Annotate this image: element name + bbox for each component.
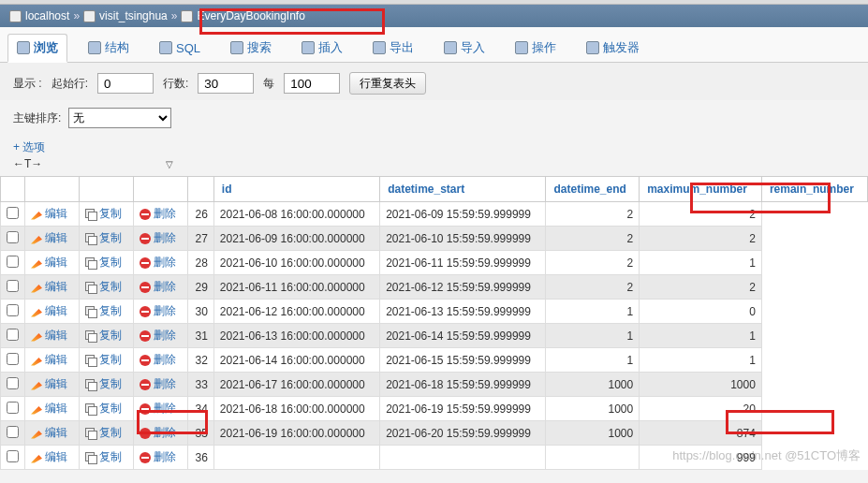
copy-label: 复制 (99, 230, 122, 246)
copy-icon (85, 306, 96, 317)
row-checkbox[interactable] (7, 256, 19, 268)
breadcrumb-db[interactable]: visit_tsinghua (99, 9, 168, 22)
copy-button[interactable]: 复制 (85, 328, 127, 344)
copy-label: 复制 (99, 206, 122, 222)
delete-button[interactable]: 删除 (140, 401, 182, 417)
copy-button[interactable]: 复制 (85, 230, 127, 246)
delete-button[interactable]: 删除 (140, 206, 182, 222)
edit-label: 编辑 (45, 376, 67, 392)
tab-operations[interactable]: 操作 (506, 33, 566, 62)
browse-icon (17, 41, 30, 54)
cell-remain_number: 1000 (640, 373, 762, 397)
edit-button[interactable]: 编辑 (31, 206, 73, 222)
row-checkbox[interactable] (7, 402, 19, 414)
breadcrumb-server[interactable]: localhost (25, 9, 69, 22)
copy-button[interactable]: 复制 (85, 449, 127, 465)
edit-label: 编辑 (45, 303, 67, 319)
tab-browse[interactable]: 浏览 (7, 34, 67, 63)
edit-label: 编辑 (45, 206, 67, 222)
structure-icon (88, 41, 101, 54)
edit-button[interactable]: 编辑 (31, 449, 73, 465)
row-checkbox[interactable] (7, 353, 19, 365)
col-datetime_start[interactable]: datetime_start (380, 177, 546, 202)
copy-button[interactable]: 复制 (85, 206, 127, 222)
copy-button[interactable]: 复制 (85, 401, 127, 417)
edit-button[interactable]: 编辑 (31, 376, 73, 392)
table-row: 编辑复制删除302021-06-12 16:00:00.0000002021-0… (1, 300, 868, 324)
row-checkbox[interactable] (7, 329, 19, 341)
col-id[interactable]: id (213, 177, 379, 202)
delete-label: 删除 (154, 328, 176, 344)
row-checkbox[interactable] (7, 450, 19, 462)
tab-triggers[interactable]: 触发器 (577, 33, 649, 62)
options-toggle[interactable]: + 选项 (13, 140, 45, 154)
delete-icon (140, 452, 151, 463)
cell-maximum_number (546, 446, 640, 470)
delete-button[interactable]: 删除 (140, 376, 182, 392)
delete-label: 删除 (154, 401, 176, 417)
tab-export[interactable]: 导出 (363, 33, 423, 62)
edit-button[interactable]: 编辑 (31, 425, 73, 441)
col-maximum_number[interactable]: maximum_number (640, 177, 762, 202)
row-checkbox[interactable] (7, 207, 19, 219)
pk-sort-select[interactable]: 无 (68, 108, 171, 128)
delete-icon (140, 428, 151, 439)
copy-icon (85, 403, 96, 415)
cell-remain_number: 1 (640, 251, 762, 275)
copy-label: 复制 (99, 255, 122, 271)
breadcrumb: localhost » visit_tsinghua » EveryDayBoo… (0, 5, 868, 27)
row-checkbox[interactable] (7, 426, 19, 438)
cell-id: 29 (188, 275, 214, 300)
row-checkbox[interactable] (7, 231, 19, 243)
delete-icon (140, 379, 151, 390)
copy-button[interactable]: 复制 (85, 376, 127, 392)
pk-sort-row: 主键排序: 无 (0, 100, 868, 136)
delete-button[interactable]: 删除 (140, 328, 182, 344)
copy-button[interactable]: 复制 (85, 279, 127, 295)
repeat-header-button[interactable]: 行重复表头 (349, 72, 426, 95)
cell-datetime_end: 2021-06-14 15:59:59.999999 (380, 324, 546, 348)
edit-button[interactable]: 编辑 (31, 401, 73, 417)
edit-icon (31, 330, 42, 342)
tab-structure[interactable]: 结构 (79, 33, 139, 62)
delete-button[interactable]: 删除 (140, 303, 182, 319)
col-remain_number[interactable]: remain_number (761, 177, 867, 202)
copy-button[interactable]: 复制 (85, 303, 127, 319)
cell-remain_number: 1 (640, 324, 762, 348)
tab-insert[interactable]: 插入 (292, 33, 352, 62)
copy-button[interactable]: 复制 (85, 425, 127, 441)
table-row: 编辑复制删除292021-06-11 16:00:00.0000002021-0… (1, 275, 868, 300)
delete-button[interactable]: 删除 (140, 279, 182, 295)
repeat-header-input[interactable] (284, 73, 340, 94)
cell-maximum_number: 1000 (546, 373, 640, 397)
row-checkbox[interactable] (7, 280, 19, 292)
copy-button[interactable]: 复制 (85, 255, 127, 271)
cell-maximum_number: 1000 (546, 397, 640, 421)
edit-button[interactable]: 编辑 (31, 352, 73, 368)
edit-button[interactable]: 编辑 (31, 279, 73, 295)
table-row: 编辑复制删除272021-06-09 16:00:00.0000002021-0… (1, 227, 868, 251)
table-row: 编辑复制删除352021-06-19 16:00:00.0000002021-0… (1, 421, 868, 446)
edit-button[interactable]: 编辑 (31, 303, 73, 319)
tab-search[interactable]: 搜索 (221, 33, 281, 62)
delete-button[interactable]: 删除 (140, 352, 182, 368)
edit-button[interactable]: 编辑 (31, 230, 73, 246)
delete-button[interactable]: 删除 (140, 449, 182, 465)
breadcrumb-table[interactable]: EveryDayBookingInfo (197, 9, 304, 22)
row-checkbox[interactable] (7, 304, 19, 316)
delete-button[interactable]: 删除 (140, 230, 182, 246)
copy-label: 复制 (99, 303, 122, 319)
start-row-input[interactable] (97, 73, 154, 94)
delete-button[interactable]: 删除 (140, 425, 182, 441)
delete-button[interactable]: 删除 (140, 255, 182, 271)
edit-button[interactable]: 编辑 (31, 255, 73, 271)
col-datetime_end[interactable]: datetime_end (546, 177, 640, 202)
row-count-input[interactable] (198, 73, 254, 94)
copy-button[interactable]: 复制 (85, 352, 127, 368)
edit-button[interactable]: 编辑 (31, 328, 73, 344)
table-row: 编辑复制删除322021-06-14 16:00:00.0000002021-0… (1, 348, 868, 373)
tab-sql[interactable]: SQL (150, 33, 210, 62)
cell-id: 32 (188, 348, 214, 373)
tab-import[interactable]: 导入 (434, 33, 494, 62)
row-checkbox[interactable] (7, 377, 19, 389)
